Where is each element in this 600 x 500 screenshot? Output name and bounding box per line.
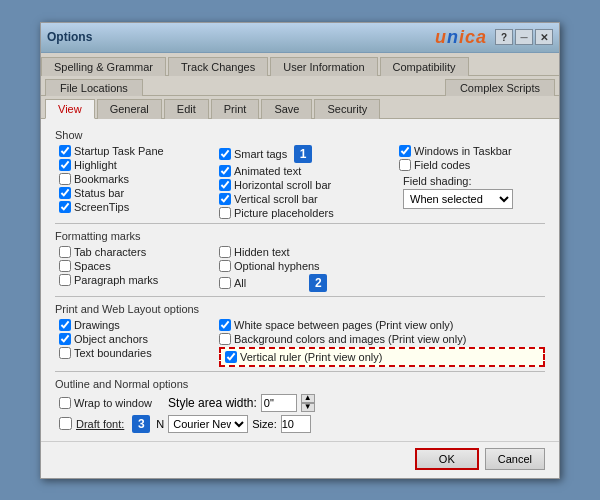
cb-startup-task-pane-input[interactable] (59, 145, 71, 157)
cancel-button[interactable]: Cancel (485, 448, 545, 470)
cb-wrap-to-window: Wrap to window (59, 397, 152, 409)
draft-font-select[interactable]: Courier New (168, 415, 248, 433)
cb-windows-taskbar-label: Windows in Taskbar (414, 145, 512, 157)
cb-white-space: White space between pages (Print view on… (219, 319, 545, 331)
cb-vertical-scroll-label: Vertical scroll bar (234, 193, 318, 205)
tab-compatibility[interactable]: Compatibility (380, 57, 469, 76)
cb-vertical-ruler-label: Vertical ruler (Print view only) (240, 351, 382, 363)
cb-all-input[interactable] (219, 277, 231, 289)
unica-logo: unica (435, 27, 487, 48)
print-section-title: Print and Web Layout options (55, 303, 545, 315)
style-area-spin-down[interactable]: ▼ (301, 403, 315, 412)
cb-field-codes-input[interactable] (399, 159, 411, 171)
window-controls: ? ─ ✕ (495, 29, 553, 45)
cb-draft-font-input[interactable] (59, 417, 72, 430)
tab-edit[interactable]: Edit (164, 99, 209, 119)
cb-wrap-to-window-input[interactable] (59, 397, 71, 409)
tab-user-information[interactable]: User Information (270, 57, 377, 76)
tab-print[interactable]: Print (211, 99, 260, 119)
divider2 (55, 296, 545, 297)
cb-horizontal-scroll-input[interactable] (219, 179, 231, 191)
cb-text-boundaries-label: Text boundaries (74, 347, 152, 359)
cb-text-boundaries-input[interactable] (59, 347, 71, 359)
cb-drawings-input[interactable] (59, 319, 71, 331)
cb-picture-placeholders-label: Picture placeholders (234, 207, 334, 219)
tab-track-changes[interactable]: Track Changes (168, 57, 268, 76)
close-button[interactable]: ✕ (535, 29, 553, 45)
cb-tab-chars-input[interactable] (59, 246, 71, 258)
cb-picture-placeholders: Picture placeholders (219, 207, 399, 219)
cb-screentips-input[interactable] (59, 201, 71, 213)
tab-save[interactable]: Save (261, 99, 312, 119)
cb-bookmarks-input[interactable] (59, 173, 71, 185)
dialog-title: Options (47, 30, 92, 44)
cb-status-bar-input[interactable] (59, 187, 71, 199)
show-col3: Windows in Taskbar Field codes Field sha… (399, 145, 545, 219)
cb-paragraph-marks-input[interactable] (59, 274, 71, 286)
show-col2: Smart tags 1 Animated text Horizontal sc… (219, 145, 399, 219)
divider3 (55, 371, 545, 372)
tabs-row2: File Locations Complex Scripts (41, 76, 559, 96)
cb-tab-chars: Tab characters (59, 246, 219, 258)
formatting-col2: Hidden text Optional hyphens All 2 (219, 246, 545, 292)
cb-all-label: All (234, 277, 246, 289)
print-grid: Drawings Object anchors Text boundaries … (59, 319, 545, 367)
cb-optional-hyphens-label: Optional hyphens (234, 260, 320, 272)
badge3: 3 (132, 415, 150, 433)
cb-object-anchors-input[interactable] (59, 333, 71, 345)
cb-hidden-text-input[interactable] (219, 246, 231, 258)
cb-picture-placeholders-input[interactable] (219, 207, 231, 219)
cb-vertical-ruler-input[interactable] (225, 351, 237, 363)
cb-smart-tags-input[interactable] (219, 148, 231, 160)
tab-view[interactable]: View (45, 99, 95, 119)
field-shading-select-row: Always When selected Never (403, 189, 545, 209)
tab-general[interactable]: General (97, 99, 162, 119)
ok-button[interactable]: OK (415, 448, 479, 470)
cb-animated-text: Animated text (219, 165, 399, 177)
formatting-grid: Tab characters Spaces Paragraph marks Hi… (59, 246, 545, 292)
cb-bookmarks: Bookmarks (59, 173, 219, 185)
cb-bg-colors: Background colors and images (Print view… (219, 333, 545, 345)
tab-complex-scripts[interactable]: Complex Scripts (445, 79, 555, 96)
cb-highlight-input[interactable] (59, 159, 71, 171)
help-button[interactable]: ? (495, 29, 513, 45)
minimize-button[interactable]: ─ (515, 29, 533, 45)
draft-font-row: Draft font: 3 N Courier New Size: (59, 415, 545, 433)
cb-spaces-input[interactable] (59, 260, 71, 272)
cb-bg-colors-input[interactable] (219, 333, 231, 345)
options-dialog: Options unica ? ─ ✕ Spelling & Grammar T… (40, 22, 560, 479)
style-area-label: Style area width: (168, 396, 257, 410)
cb-smart-tags: Smart tags 1 (219, 145, 399, 163)
field-shading-select[interactable]: Always When selected Never (403, 189, 513, 209)
cb-spaces: Spaces (59, 260, 219, 272)
dialog-footer: OK Cancel (41, 441, 559, 478)
cb-field-codes-label: Field codes (414, 159, 470, 171)
show-col1: Startup Task Pane Highlight Bookmarks St… (59, 145, 219, 219)
cb-hidden-text-label: Hidden text (234, 246, 290, 258)
cb-drawings-label: Drawings (74, 319, 120, 331)
cb-optional-hyphens-input[interactable] (219, 260, 231, 272)
cb-vertical-scroll-input[interactable] (219, 193, 231, 205)
cb-optional-hyphens: Optional hyphens (219, 260, 545, 272)
cb-white-space-label: White space between pages (Print view on… (234, 319, 454, 331)
style-area-input[interactable] (261, 394, 297, 412)
title-bar: Options unica ? ─ ✕ (41, 23, 559, 53)
formatting-section-title: Formatting marks (55, 230, 545, 242)
cb-object-anchors: Object anchors (59, 333, 219, 345)
draft-size-input[interactable] (281, 415, 311, 433)
cb-tab-chars-label: Tab characters (74, 246, 146, 258)
cb-windows-taskbar-input[interactable] (399, 145, 411, 157)
tab-security[interactable]: Security (314, 99, 380, 119)
style-area-group: Style area width: ▲ ▼ (168, 394, 315, 412)
cb-highlight-label: Highlight (74, 159, 117, 171)
cb-startup-task-pane: Startup Task Pane (59, 145, 219, 157)
tab-spelling-grammar[interactable]: Spelling & Grammar (41, 57, 166, 76)
tab-file-locations[interactable]: File Locations (45, 79, 143, 96)
divider1 (55, 223, 545, 224)
cb-screentips: ScreenTips (59, 201, 219, 213)
cb-all: All 2 (219, 274, 545, 292)
tabs-row1: Spelling & Grammar Track Changes User In… (41, 53, 559, 76)
cb-animated-text-input[interactable] (219, 165, 231, 177)
cb-white-space-input[interactable] (219, 319, 231, 331)
badge2: 2 (309, 274, 327, 292)
